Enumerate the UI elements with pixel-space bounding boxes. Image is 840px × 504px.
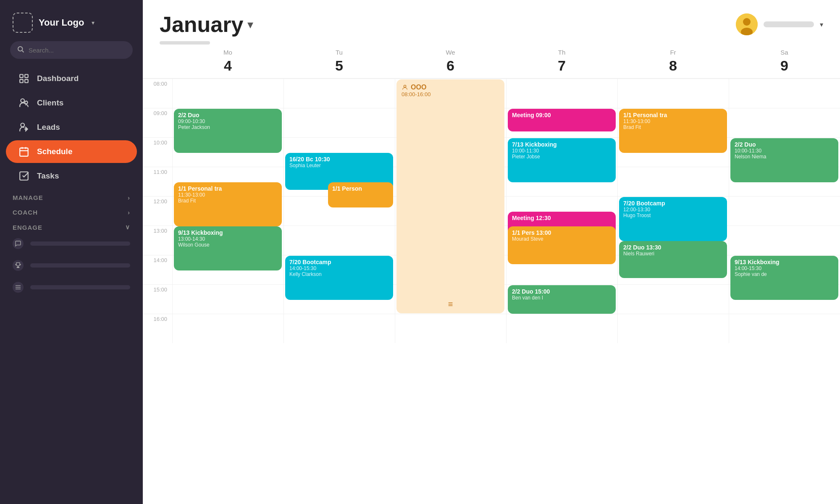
- sidebar-item-tasks-label: Tasks: [37, 171, 59, 181]
- sidebar-item-leads-label: Leads: [37, 123, 60, 132]
- day-cell: [506, 79, 617, 108]
- search-bar[interactable]: [10, 41, 133, 59]
- user-dropdown-icon[interactable]: ▾: [820, 21, 823, 29]
- sidebar-item-dashboard[interactable]: Dashboard: [6, 67, 137, 90]
- svg-line-1: [22, 51, 24, 52]
- main-content: January ▾ ▾ Mo: [143, 0, 840, 504]
- event-sa-1[interactable]: 2/2 Duo 10:00-11:30 Nelson Niema: [730, 138, 838, 182]
- user-name-bar: [764, 21, 814, 27]
- svg-rect-15: [20, 172, 28, 180]
- event-mo-1[interactable]: 2/2 Duo 09:00-10:30 Peter Jackson: [174, 109, 282, 153]
- event-th-1[interactable]: Meeting 09:00: [508, 109, 616, 131]
- event-th-2[interactable]: 7/13 Kickboxing 10:00-11:30 Pieter Jobse: [508, 138, 616, 182]
- month-label: January: [160, 12, 243, 37]
- header-right: ▾: [736, 13, 823, 35]
- calendar-container: Mo 4 Tu 5 We 6 Th 7 Fr 8 Sa 9: [143, 45, 840, 504]
- svg-rect-5: [25, 79, 28, 83]
- day-cell: [729, 108, 840, 137]
- sidebar-item-schedule-label: Schedule: [37, 147, 72, 156]
- time-label: 12:00: [143, 196, 172, 226]
- svg-point-24: [404, 85, 406, 87]
- svg-point-0: [18, 47, 23, 51]
- sidebar-item-dashboard-label: Dashboard: [37, 74, 79, 83]
- engage-bar-reports: [30, 285, 130, 289]
- time-label: 09:00: [143, 108, 172, 137]
- trophy-icon: [13, 260, 24, 271]
- day-cell: [729, 226, 840, 255]
- month-dropdown-button[interactable]: ▾: [247, 18, 253, 32]
- sidebar-item-tasks[interactable]: Tasks: [6, 165, 137, 187]
- svg-point-6: [21, 99, 24, 102]
- engage-bar-rewards: [30, 263, 130, 268]
- engage-item-rewards[interactable]: [0, 255, 143, 276]
- logo-box: [13, 13, 33, 33]
- avatar[interactable]: [736, 13, 758, 35]
- svg-rect-2: [20, 74, 23, 78]
- progress-bar: [160, 41, 210, 45]
- svg-rect-4: [20, 79, 23, 83]
- day-header-sa: Sa 9: [729, 49, 840, 74]
- logo-area[interactable]: Your Logo ▾: [0, 0, 143, 41]
- search-icon: [17, 45, 24, 55]
- time-label: 14:00: [143, 255, 172, 284]
- svg-rect-3: [25, 74, 28, 78]
- event-mo-3[interactable]: 9/13 Kickboxing 13:00-14:30 Wilson Gouse: [174, 226, 282, 270]
- header-progress: [143, 37, 840, 45]
- engage-item-reports[interactable]: [0, 276, 143, 298]
- day-cell: [617, 314, 729, 343]
- day-cell: [172, 284, 284, 314]
- event-fr-3[interactable]: 2/2 Duo 13:30 Niels Rauweri: [619, 241, 727, 278]
- day-header-th: Th 7: [506, 49, 617, 74]
- day-cell: [729, 314, 840, 343]
- sidebar-item-clients[interactable]: Clients: [6, 92, 137, 114]
- time-label: 16:00: [143, 314, 172, 343]
- event-tu-2[interactable]: 1/1 Person: [328, 182, 393, 207]
- logo-chevron-icon: ▾: [92, 19, 94, 26]
- time-label: 15:00: [143, 284, 172, 314]
- event-th-4[interactable]: 1/1 Pers 13:00 Mourad Steve: [508, 226, 616, 264]
- svg-point-8: [21, 123, 24, 127]
- search-input[interactable]: [29, 47, 126, 54]
- engage-section-label: ENGAGE ∨: [0, 218, 143, 233]
- time-label: 10:00: [143, 137, 172, 167]
- svg-rect-11: [20, 148, 28, 156]
- event-tu-3[interactable]: 7/20 Bootcamp 14:00-15:30 Kelly Clarkson: [285, 256, 393, 300]
- sidebar-item-schedule[interactable]: Schedule: [6, 140, 137, 163]
- day-cell: [284, 314, 395, 343]
- day-cell: [617, 79, 729, 108]
- time-label: 08:00: [143, 79, 172, 108]
- day-cell: [284, 108, 395, 137]
- logo-text: Your Logo: [39, 17, 84, 28]
- event-fr-2[interactable]: 7/20 Bootcamp 12:00-13:30 Hugo Troost: [619, 197, 727, 241]
- day-cell: [506, 314, 617, 343]
- we-events-col: OOO 08:00-16:00 ≡: [395, 79, 506, 343]
- event-mo-2[interactable]: 1/1 Personal tra 11:30-13:00 Brad Fit: [174, 182, 282, 226]
- day-cell: [617, 284, 729, 314]
- header: January ▾ ▾: [143, 0, 840, 37]
- day-header-tu: Tu 5: [284, 49, 395, 74]
- day-cell: [172, 314, 284, 343]
- svg-point-22: [743, 18, 751, 26]
- manage-section-label: MANAGE ›: [0, 188, 143, 203]
- calendar-header-row: Mo 4 Tu 5 We 6 Th 7 Fr 8 Sa 9: [143, 45, 840, 79]
- day-header-fr: Fr 8: [617, 49, 729, 74]
- manage-chevron-icon: ›: [128, 194, 130, 201]
- event-we-ooo[interactable]: OOO 08:00-16:00 ≡: [396, 79, 504, 313]
- event-th-5[interactable]: 2/2 Duo 15:00 Ben van den I: [508, 285, 616, 314]
- day-header-mo: Mo 4: [172, 49, 284, 74]
- header-title-area: January ▾: [160, 12, 253, 37]
- engage-item-messages[interactable]: [0, 233, 143, 255]
- engage-chevron-icon: ∨: [125, 223, 130, 231]
- sidebar-item-clients-label: Clients: [37, 98, 63, 108]
- sidebar: Your Logo ▾ Dashboard Clients Leads Sche…: [0, 0, 143, 504]
- time-header-spacer: [143, 49, 172, 74]
- day-cell: [729, 196, 840, 226]
- day-cell: [172, 79, 284, 108]
- day-header-we: We 6: [395, 49, 506, 74]
- chat-icon: [13, 238, 24, 249]
- event-fr-1[interactable]: 1/1 Personal tra 11:30-13:00 Brad Fit: [619, 109, 727, 153]
- sidebar-item-leads[interactable]: Leads: [6, 116, 137, 139]
- coach-chevron-icon: ›: [128, 209, 130, 216]
- event-sa-2[interactable]: 9/13 Kickboxing 14:00-15:30 Sophie van d…: [730, 256, 838, 300]
- list-icon: [13, 282, 24, 293]
